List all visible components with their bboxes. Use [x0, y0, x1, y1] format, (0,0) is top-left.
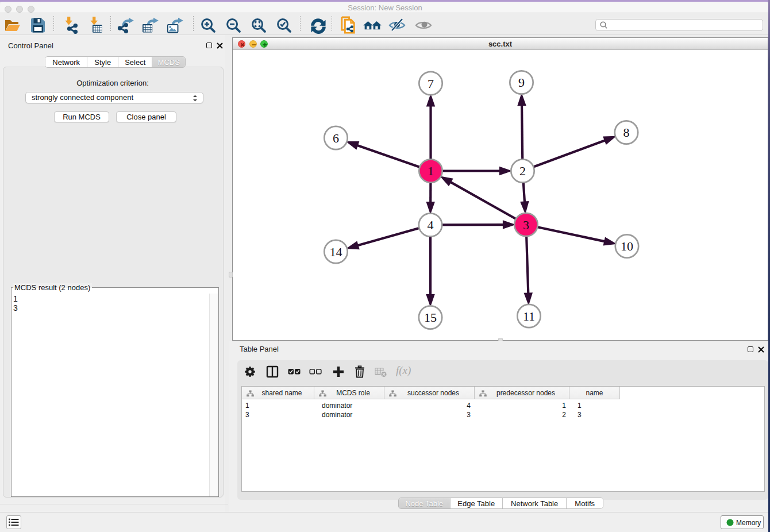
svg-text:8: 8 — [623, 125, 630, 140]
svg-text:7: 7 — [428, 76, 434, 91]
svg-text:2: 2 — [519, 164, 526, 178]
svg-text:14: 14 — [330, 245, 342, 259]
svg-text:11: 11 — [523, 309, 535, 323]
svg-text:1: 1 — [428, 164, 434, 178]
svg-text:10: 10 — [621, 239, 633, 253]
svg-text:15: 15 — [424, 310, 437, 325]
svg-text:4: 4 — [428, 218, 434, 232]
svg-text:3: 3 — [523, 218, 529, 232]
svg-text:6: 6 — [333, 131, 339, 145]
svg-text:9: 9 — [518, 75, 525, 90]
